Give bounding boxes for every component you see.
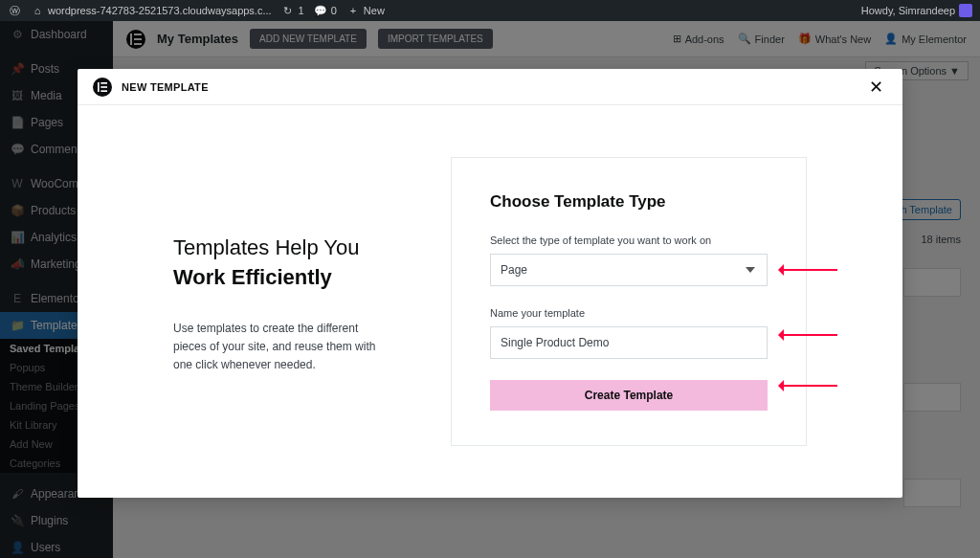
- modal-description: Use templates to create the different pi…: [173, 320, 393, 375]
- annotation-arrow-3: [780, 385, 837, 387]
- create-template-button[interactable]: Create Template: [490, 380, 768, 411]
- site-url: wordpress-742783-2521573.cloudwaysapps.c…: [48, 5, 272, 16]
- template-form: Choose Template Type Select the type of …: [451, 157, 807, 446]
- annotation-arrow-2: [780, 334, 837, 336]
- svg-rect-5: [100, 82, 107, 84]
- template-type-select[interactable]: Page: [490, 254, 768, 286]
- modal-heading: Templates Help You Work Efficiently: [173, 234, 412, 293]
- svg-rect-7: [100, 90, 107, 92]
- annotation-arrow-1: [780, 269, 837, 271]
- modal-left-panel: Templates Help You Work Efficiently Use …: [78, 157, 451, 446]
- updates[interactable]: ↻1: [281, 4, 304, 17]
- svg-rect-6: [100, 86, 107, 88]
- new-template-modal: NEW TEMPLATE ✕ Templates Help You Work E…: [78, 69, 902, 498]
- svg-rect-4: [98, 82, 100, 92]
- site-home[interactable]: ⌂wordpress-742783-2521573.cloudwaysapps.…: [31, 4, 272, 17]
- template-name-input[interactable]: [490, 326, 768, 359]
- new-content[interactable]: +New: [346, 4, 385, 17]
- name-label: Name your template: [490, 307, 768, 319]
- modal-header: NEW TEMPLATE ✕: [78, 69, 902, 105]
- wp-admin-bar: ⓦ ⌂wordpress-742783-2521573.cloudwaysapp…: [0, 0, 980, 21]
- form-title: Choose Template Type: [490, 192, 768, 212]
- modal-body: Templates Help You Work Efficiently Use …: [78, 105, 902, 498]
- wp-logo[interactable]: ⓦ: [8, 4, 21, 17]
- user-avatar-icon: [959, 4, 972, 17]
- close-icon[interactable]: ✕: [865, 73, 887, 101]
- modal-overlay: NEW TEMPLATE ✕ Templates Help You Work E…: [0, 21, 980, 558]
- modal-right-panel: Choose Template Type Select the type of …: [451, 157, 902, 446]
- select-label: Select the type of template you want to …: [490, 234, 768, 246]
- elementor-logo-icon: [93, 78, 112, 97]
- user-greeting[interactable]: Howdy, Simrandeep: [861, 4, 972, 17]
- modal-title: NEW TEMPLATE: [122, 81, 209, 93]
- comments-count[interactable]: 💬0: [314, 4, 337, 17]
